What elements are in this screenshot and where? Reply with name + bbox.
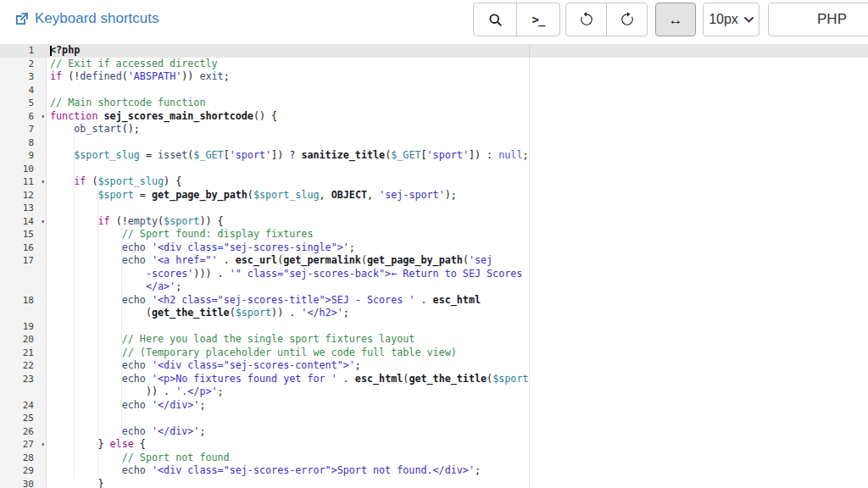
line-number[interactable]: 5 — [0, 97, 47, 110]
code-text[interactable] — [47, 412, 868, 425]
code-line[interactable]: 3if (!defined('ABSPATH')) exit; — [0, 70, 868, 84]
code-text[interactable]: -scores'))) . '" class="sej-scores-back"… — [47, 268, 868, 281]
code-text[interactable] — [47, 84, 868, 97]
code-line[interactable]: 11▾ if ($sport_slug) { — [0, 175, 868, 189]
fold-arrow-icon[interactable]: ▾ — [41, 215, 45, 229]
line-number[interactable]: 25 — [0, 412, 47, 425]
line-number[interactable]: 20 — [0, 333, 47, 347]
fold-arrow-icon[interactable]: ▾ — [41, 175, 45, 189]
line-number[interactable] — [0, 268, 47, 281]
code-line[interactable]: )) . '.</p>'; — [0, 385, 868, 399]
line-number[interactable]: 10 — [0, 163, 47, 176]
line-number[interactable]: 27▾ — [0, 438, 47, 452]
code-line[interactable]: 8 — [0, 136, 868, 150]
line-number[interactable] — [0, 307, 47, 320]
code-text[interactable] — [47, 163, 868, 176]
line-number[interactable]: 19 — [0, 320, 47, 334]
code-text[interactable]: } else { — [47, 438, 868, 452]
line-number[interactable]: 18 — [0, 294, 47, 308]
line-number[interactable] — [0, 385, 47, 399]
undo-button[interactable] — [565, 3, 607, 36]
code-line[interactable]: 5// Main shortcode function — [0, 97, 868, 110]
code-text[interactable]: } — [47, 478, 868, 488]
code-text[interactable]: // Sport not found — [47, 452, 868, 465]
code-text[interactable]: <?php — [47, 44, 868, 58]
code-text[interactable] — [47, 320, 868, 334]
code-text[interactable]: echo '<div class="sej-scores-single">'; — [47, 241, 868, 255]
code-text[interactable]: // Exit if accessed directly — [47, 58, 868, 71]
code-line[interactable]: </a>'; — [0, 280, 868, 294]
code-text[interactable]: function sej_scores_main_shortcode() { — [47, 110, 868, 124]
code-line[interactable]: 17 echo '<a href="' . esc_url(get_permal… — [0, 254, 868, 268]
code-line[interactable]: 21 // (Temporary placeholder until we co… — [0, 347, 868, 360]
code-line[interactable]: 23 echo '<p>No fixtures found yet for ' … — [0, 373, 868, 386]
code-text[interactable]: if (!empty($sport)) { — [47, 215, 868, 229]
code-text[interactable]: // (Temporary placeholder until we code … — [47, 347, 868, 360]
code-line[interactable]: 19 — [0, 320, 868, 334]
code-text[interactable] — [47, 136, 868, 150]
code-text[interactable]: echo '</div>'; — [47, 425, 868, 439]
fold-arrow-icon[interactable]: ▾ — [41, 438, 45, 452]
code-line[interactable]: 2// Exit if accessed directly — [0, 58, 868, 71]
code-text[interactable]: echo '<h2 class="sej-scores-title">SEJ -… — [47, 294, 868, 308]
code-line[interactable]: 6▾function sej_scores_main_shortcode() { — [0, 110, 868, 124]
code-line[interactable]: 15 // Sport found: display fixtures — [0, 228, 868, 241]
line-number[interactable]: 8 — [0, 136, 47, 150]
line-number[interactable]: 22 — [0, 359, 47, 373]
code-text[interactable]: if ($sport_slug) { — [47, 175, 868, 189]
code-line[interactable]: 13 — [0, 202, 868, 215]
line-number[interactable]: 28 — [0, 452, 47, 465]
line-number[interactable]: 3 — [0, 70, 47, 84]
wrap-toggle-button[interactable]: ↔ — [655, 3, 696, 36]
line-number[interactable]: 13 — [0, 202, 47, 215]
line-number[interactable]: 15 — [0, 228, 47, 241]
code-text[interactable]: if (!defined('ABSPATH')) exit; — [47, 70, 868, 84]
code-line[interactable]: 20 // Here you load the single sport fix… — [0, 333, 868, 347]
line-number[interactable]: 30 — [0, 478, 47, 488]
line-number[interactable]: 9 — [0, 149, 47, 163]
line-number[interactable] — [0, 280, 47, 294]
line-number[interactable]: 4 — [0, 84, 47, 97]
code-line[interactable]: 28 // Sport not found — [0, 452, 868, 465]
code-line[interactable]: 4 — [0, 84, 868, 97]
code-text[interactable]: echo '</div>'; — [47, 399, 868, 413]
fold-arrow-icon[interactable]: ▾ — [41, 110, 45, 124]
code-line[interactable]: 27▾ } else { — [0, 438, 868, 452]
code-text[interactable]: // Sport found: display fixtures — [47, 228, 868, 241]
code-text[interactable]: ob_start(); — [47, 123, 868, 136]
code-text[interactable]: </a>'; — [47, 280, 868, 294]
code-line[interactable]: 1<?php — [0, 44, 868, 58]
line-number[interactable]: 7 — [0, 123, 47, 136]
line-number[interactable]: 14▾ — [0, 215, 47, 229]
code-text[interactable]: echo '<p>No fixtures found yet for ' . e… — [47, 373, 868, 386]
code-line[interactable]: 26 echo '</div>'; — [0, 425, 868, 439]
code-line[interactable]: 24 echo '</div>'; — [0, 399, 868, 413]
code-line[interactable]: (get_the_title($sport)) . '</h2>'; — [0, 307, 868, 320]
line-number[interactable]: 1 — [0, 44, 47, 58]
code-text[interactable]: (get_the_title($sport)) . '</h2>'; — [47, 307, 868, 320]
code-editor[interactable]: 1<?php2// Exit if accessed directly3if (… — [0, 44, 868, 488]
line-number[interactable]: 2 — [0, 58, 47, 71]
code-line[interactable]: 9 $sport_slug = isset($_GET['sport']) ? … — [0, 149, 868, 163]
line-number[interactable]: 6▾ — [0, 110, 47, 124]
keyboard-shortcuts-link[interactable]: Keyboard shortcuts — [14, 10, 159, 27]
code-text[interactable]: $sport_slug = isset($_GET['sport']) ? sa… — [47, 149, 868, 163]
code-line[interactable]: 10 — [0, 163, 868, 176]
code-text[interactable]: echo '<div class="sej-scores-content">'; — [47, 359, 868, 373]
line-number[interactable]: 12 — [0, 189, 47, 202]
font-size-select[interactable]: 10px — [703, 3, 760, 36]
code-line[interactable]: 22 echo '<div class="sej-scores-content"… — [0, 359, 868, 373]
line-number[interactable]: 23 — [0, 373, 47, 386]
code-line[interactable]: 29 echo '<div class="sej-scores-error">S… — [0, 464, 868, 478]
code-line[interactable]: 7 ob_start(); — [0, 123, 868, 136]
code-line[interactable]: -scores'))) . '" class="sej-scores-back"… — [0, 268, 868, 281]
line-number[interactable]: 17 — [0, 254, 47, 268]
code-text[interactable]: echo '<div class="sej-scores-error">Spor… — [47, 464, 868, 478]
code-text[interactable]: echo '<a href="' . esc_url(get_permalink… — [47, 254, 868, 268]
code-text[interactable]: $sport = get_page_by_path($sport_slug, O… — [47, 189, 868, 202]
code-line[interactable]: 14▾ if (!empty($sport)) { — [0, 215, 868, 229]
code-line[interactable]: 18 echo '<h2 class="sej-scores-title">SE… — [0, 294, 868, 308]
command-palette-button[interactable]: >_ — [516, 3, 560, 36]
code-text[interactable] — [47, 202, 868, 215]
line-number[interactable]: 29 — [0, 464, 47, 478]
